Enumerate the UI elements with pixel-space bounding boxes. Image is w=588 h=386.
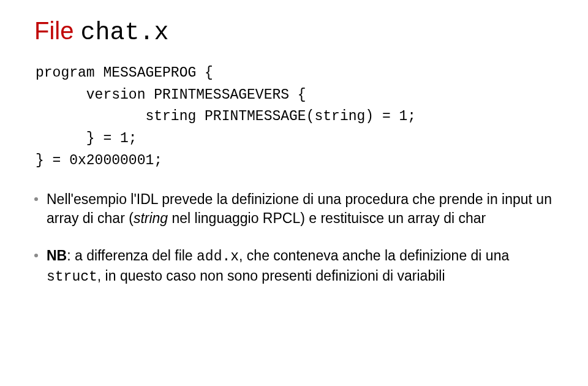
slide: File chat.x program MESSAGEPROG { versio… [0,0,588,386]
title-prefix: File [34,17,81,44]
bullet-icon [34,197,38,201]
bullet-list: Nell'esempio l'IDL prevede la definizion… [34,190,554,287]
bullet-text-0: Nell'esempio l'IDL prevede la definizion… [47,190,554,228]
bullet-text-1: NB: a differenza del file add.x, che con… [47,246,554,287]
code-block: program MESSAGEPROG { version PRINTMESSA… [36,62,554,172]
bullet-icon [34,254,38,257]
list-item: Nell'esempio l'IDL prevede la definizion… [34,190,554,228]
title-filename: chat.x [81,19,169,47]
slide-title: File chat.x [34,17,554,47]
list-item: NB: a differenza del file add.x, che con… [34,246,554,287]
